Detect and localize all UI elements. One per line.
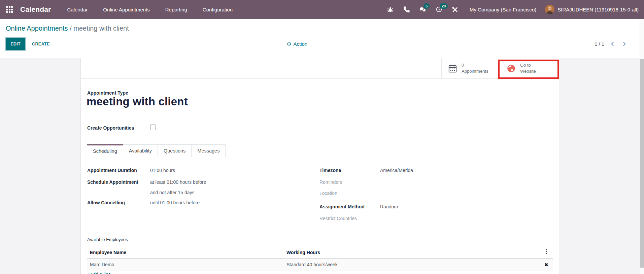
field-label: Schedule Appointment [87, 179, 148, 185]
employee-name-cell[interactable]: Marc Demo [87, 262, 286, 267]
user-menu[interactable]: SIRAJUDHEEN (11910918-15-0-all) [545, 5, 639, 14]
field-value: 01:00 hours [150, 168, 175, 173]
messages-count-badge: 5 [423, 3, 430, 9]
scrollbar-thumb[interactable] [640, 59, 644, 268]
create-opportunities-checkbox[interactable] [150, 125, 156, 130]
breadcrumb-separator: / [70, 25, 72, 32]
field-label: Restrict Countries [319, 216, 377, 221]
pager-previous-button[interactable] [609, 40, 616, 48]
website-label-line2: Website [520, 69, 536, 74]
add-a-line-link[interactable]: Add a line [90, 272, 111, 274]
pager: 1 / 1 [595, 38, 628, 50]
appointments-stat-button[interactable]: 0 Appointments [441, 58, 500, 78]
action-menu-button[interactable]: ⚙ Action [287, 38, 307, 50]
employees-table-header: Employee Name Working Hours [87, 244, 553, 259]
activities-clock-icon[interactable]: 29 [435, 6, 443, 13]
debug-bug-icon[interactable] [387, 6, 394, 13]
appointments-count: 0 [462, 63, 464, 68]
field-value: and not after 15 days [150, 190, 195, 195]
pager-value[interactable]: 1 / 1 [595, 41, 604, 47]
messages-icon[interactable]: 5 [419, 6, 427, 13]
go-to-website-button[interactable]: Go to Website [500, 58, 559, 78]
action-label: Action [293, 41, 307, 47]
edit-button[interactable]: EDIT [6, 38, 25, 50]
record-title: meeting with client [87, 95, 188, 108]
table-row[interactable]: Marc Demo Standard 40 hours/week ✖ [87, 259, 553, 271]
pager-next-button[interactable] [621, 40, 628, 48]
field-label: Location [319, 191, 377, 196]
employees-table: Employee Name Working Hours Marc Demo St… [87, 244, 553, 271]
field-label: Appointment Duration [87, 168, 148, 173]
chevron-right-icon [622, 41, 626, 46]
optional-columns-icon[interactable] [545, 248, 548, 255]
user-name: SIRAJUDHEEN (11910918-15-0-all) [557, 7, 639, 12]
calendar-icon [448, 64, 457, 73]
menu-online-appointments[interactable]: Online Appointments [103, 7, 149, 12]
main-menu: Calendar Online Appointments Reporting C… [67, 7, 233, 12]
tab-questions[interactable]: Questions [158, 144, 192, 157]
field-value: at least 01:00 hours before [150, 179, 206, 185]
field-label: Assignment Method [319, 204, 377, 209]
tab-scheduling[interactable]: Scheduling [87, 144, 123, 157]
field-value: Random [380, 204, 398, 209]
website-label-line1: Go to [520, 63, 531, 68]
available-employees-section-title: Available Employees [87, 236, 553, 245]
vertical-scrollbar [640, 19, 644, 274]
menu-calendar[interactable]: Calendar [67, 7, 88, 12]
menu-reporting[interactable]: Reporting [165, 7, 187, 12]
field-label: Allow Cancelling [87, 200, 148, 205]
field-label: Timezone [319, 168, 377, 173]
notebook-tabs: Scheduling Availability Questions Messag… [81, 144, 559, 157]
company-switcher[interactable]: My Company (San Francisco) [470, 7, 536, 12]
globe-icon [507, 64, 516, 73]
create-opportunities-label: Create Opportunities [87, 125, 134, 131]
control-panel: Online Appointments / meeting with clien… [0, 19, 644, 58]
navbar-systray: 5 29 My Company (San Francisco) [387, 5, 644, 14]
breadcrumb: Online Appointments / meeting with clien… [6, 25, 129, 32]
chevron-left-icon [610, 41, 615, 46]
top-navbar: Calendar Calendar Online Appointments Re… [0, 0, 644, 19]
apps-menu-icon[interactable] [6, 6, 13, 13]
gear-icon: ⚙ [287, 41, 291, 46]
field-value: America/Merida [380, 168, 413, 173]
menu-configuration[interactable]: Configuration [203, 7, 233, 12]
tab-messages[interactable]: Messages [191, 144, 226, 157]
breadcrumb-online-appointments[interactable]: Online Appointments [6, 25, 68, 32]
column-working-hours[interactable]: Working Hours [286, 250, 540, 258]
tab-availability[interactable]: Availability [123, 144, 158, 157]
user-avatar [545, 5, 554, 14]
create-button[interactable]: CREATE [32, 38, 49, 50]
voip-phone-icon[interactable] [403, 6, 410, 13]
appointment-type-label: Appointment Type [87, 90, 128, 96]
working-hours-cell[interactable]: Standard 40 hours/week [286, 262, 540, 267]
form-sheet: 0 Appointments Go to Website Appointment… [80, 58, 559, 274]
field-label: Reminders [319, 179, 377, 185]
tools-icon[interactable] [451, 6, 459, 13]
activities-count-badge: 29 [440, 3, 448, 9]
column-employee-name[interactable]: Employee Name [87, 250, 286, 258]
form-view: 0 Appointments Go to Website Appointment… [0, 58, 644, 274]
field-value: until 01:00 hours before [150, 200, 200, 205]
app-title[interactable]: Calendar [20, 5, 51, 13]
stat-button-bar: 0 Appointments Go to Website [81, 58, 559, 79]
delete-row-icon[interactable]: ✖ [545, 262, 548, 267]
breadcrumb-current: meeting with client [73, 25, 129, 32]
appointments-label: Appointments [462, 69, 488, 74]
